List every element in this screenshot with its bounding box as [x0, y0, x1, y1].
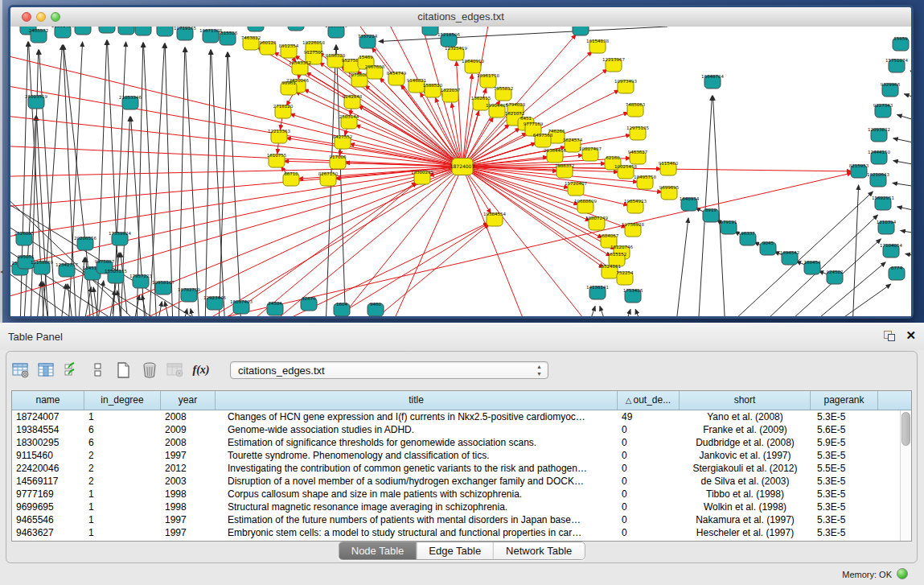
cell-pagerank[interactable]: 5.5E-5 [811, 462, 878, 475]
table-row[interactable]: 1872400712008Changes of HCN gene express… [12, 410, 911, 423]
cell-year[interactable]: 1998 [161, 501, 216, 513]
column-header-name[interactable]: name [12, 391, 84, 410]
row-height-icon[interactable] [88, 360, 108, 380]
cell-title[interactable]: Embryonic stem cells: a model to study s… [216, 526, 618, 539]
new-file-icon[interactable] [114, 360, 133, 380]
cell-out_degree[interactable]: 0 [618, 436, 680, 449]
column-header-short[interactable]: short [680, 391, 811, 410]
cell-short[interactable]: Yano et al. (2008) [680, 410, 811, 423]
delete-rows-icon[interactable] [140, 360, 159, 380]
cell-pagerank[interactable]: 5.3E-5 [811, 449, 878, 462]
cell-short[interactable]: Franke et al. (2009) [680, 423, 811, 436]
network-view-window[interactable]: citations_edges.txt 96052405572206914061… [8, 5, 914, 319]
select-rows-icon[interactable] [63, 360, 82, 380]
table-columns-icon[interactable] [37, 360, 56, 380]
table-row[interactable]: 911546021997Tourette syndrome. Phenomeno… [12, 449, 911, 462]
cell-in_degree[interactable]: 1 [84, 526, 161, 539]
cell-pagerank[interactable]: 5.6E-5 [811, 423, 878, 436]
cell-in_degree[interactable]: 1 [84, 488, 161, 501]
table-row[interactable]: 969969511998Structural magnetic resonanc… [12, 501, 911, 513]
cell-out_degree[interactable]: 0 [618, 449, 680, 462]
column-header-title[interactable]: title [216, 391, 618, 410]
cell-title[interactable]: Estimation of the future numbers of pati… [216, 513, 618, 526]
graph-node[interactable] [157, 27, 173, 36]
cell-name[interactable]: 18724007 [12, 410, 84, 423]
scrollbar-thumb[interactable] [901, 412, 910, 446]
cell-title[interactable]: Estimation of significance thresholds fo… [216, 436, 618, 449]
cell-in_degree[interactable]: 1 [84, 501, 161, 513]
graph-node[interactable] [118, 27, 134, 35]
cell-short[interactable]: Dudbridge et al. (2008) [680, 436, 811, 449]
close-panel-icon[interactable]: ✕ [906, 328, 916, 343]
cell-name[interactable]: 9465546 [12, 513, 84, 526]
graph-node[interactable] [288, 27, 304, 31]
cell-name[interactable]: 14569117 [12, 475, 84, 488]
cell-in_degree[interactable]: 2 [84, 475, 161, 488]
graph-node[interactable] [328, 27, 344, 38]
cell-short[interactable]: Tibbo et al. (1998) [680, 488, 811, 501]
column-header-out_degree[interactable]: △out_de... [618, 391, 680, 410]
cell-year[interactable]: 2008 [161, 436, 216, 449]
graph-node[interactable] [422, 27, 438, 35]
table-select-dropdown[interactable]: citations_edges.txt ▲▼ [230, 361, 548, 379]
cell-out_degree[interactable]: 0 [618, 501, 680, 513]
cell-name[interactable]: 9699695 [12, 501, 84, 513]
cell-title[interactable]: Investigating the contribution of common… [216, 462, 618, 475]
cell-pagerank[interactable]: 5.3E-5 [811, 501, 878, 513]
table-row[interactable]: 1938455462009Genome-wide association stu… [12, 423, 911, 436]
column-header-pagerank[interactable]: pagerank [811, 391, 878, 410]
table-settings-icon[interactable] [11, 360, 31, 380]
graph-node[interactable] [248, 27, 264, 31]
cell-year[interactable]: 2009 [161, 423, 216, 436]
cell-name[interactable]: 22420046 [12, 462, 84, 475]
cell-pagerank[interactable]: 5.3E-5 [811, 475, 878, 488]
table-row[interactable]: 946554611997Estimation of the future num… [12, 513, 911, 526]
cell-pagerank[interactable]: 5.3E-5 [811, 526, 878, 539]
graph-node[interactable] [55, 27, 71, 38]
cell-name[interactable]: 18300295 [12, 436, 84, 449]
cell-year[interactable]: 1997 [161, 526, 216, 539]
cell-short[interactable]: Stergiakouli et al. (2012) [680, 462, 811, 475]
cell-title[interactable]: Genome-wide association studies in ADHD. [216, 423, 618, 436]
cell-title[interactable]: Changes of HCN gene expression and I(f) … [216, 410, 618, 423]
table-type-tabs[interactable]: Node TableEdge TableNetwork Table [339, 542, 585, 560]
cell-in_degree[interactable]: 2 [84, 449, 161, 462]
cell-out_degree[interactable]: 0 [618, 513, 680, 526]
table-row[interactable]: 946362711997Embryonic stem cells: a mode… [12, 526, 911, 539]
table-row[interactable]: 1830029562008Estimation of significance … [12, 436, 911, 449]
table-header-row[interactable]: namein_degreeyeartitle△out_de...shortpag… [12, 391, 911, 410]
cell-title[interactable]: Disruption of a novel member of a sodium… [216, 475, 618, 488]
cell-in_degree[interactable]: 6 [84, 436, 161, 449]
cell-pagerank[interactable]: 5.3E-5 [811, 488, 878, 501]
table-row[interactable]: 1456911722003Disruption of a novel membe… [12, 475, 911, 488]
cell-title[interactable]: Structural magnetic resonance image aver… [216, 501, 618, 513]
cell-pagerank[interactable]: 5.3E-5 [811, 513, 878, 526]
cell-year[interactable]: 1997 [161, 449, 216, 462]
network-canvas[interactable]: 9605240557220691406188391065325715278152… [10, 27, 911, 316]
cell-out_degree[interactable]: 0 [618, 462, 680, 475]
node-table[interactable]: namein_degreeyeartitle△out_de...shortpag… [11, 390, 912, 542]
tab-edge-table[interactable]: Edge Table [416, 542, 493, 559]
cell-name[interactable]: 19384554 [12, 423, 84, 436]
cell-in_degree[interactable]: 2 [84, 462, 161, 475]
graph-node[interactable] [75, 27, 91, 35]
cell-year[interactable]: 2003 [161, 475, 216, 488]
cell-short[interactable]: Jankovic et al. (1997) [680, 449, 811, 462]
cell-out_degree[interactable]: 0 [618, 488, 680, 501]
cell-name[interactable]: 9115460 [12, 449, 84, 462]
citation-network-graph[interactable]: 9605240557220691406188391065325715278152… [10, 27, 911, 316]
cell-year[interactable]: 2012 [161, 462, 216, 475]
cell-short[interactable]: Wolkin et al. (1998) [680, 501, 811, 513]
table-body[interactable]: 1872400712008Changes of HCN gene express… [12, 410, 911, 539]
cell-in_degree[interactable]: 1 [84, 410, 161, 423]
cell-out_degree[interactable]: 0 [618, 475, 680, 488]
cell-name[interactable]: 9777169 [12, 488, 84, 501]
graph-node[interactable] [99, 27, 115, 33]
table-row[interactable]: 977716911998Corpus callosum shape and si… [12, 488, 911, 501]
cell-name[interactable]: 9463627 [12, 526, 84, 539]
column-header-in_degree[interactable]: in_degree [84, 391, 161, 410]
cell-title[interactable]: Corpus callosum shape and size in male p… [216, 488, 618, 501]
cell-out_degree[interactable]: 49 [618, 410, 680, 423]
table-row[interactable]: 2242004622012Investigating the contribut… [12, 462, 911, 475]
cell-pagerank[interactable]: 5.3E-5 [811, 410, 878, 423]
